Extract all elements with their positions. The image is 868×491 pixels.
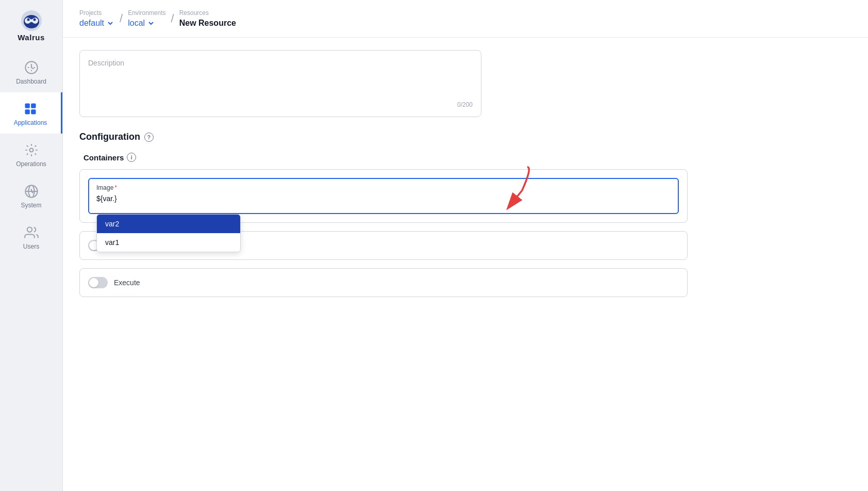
- sidebar-item-users[interactable]: Users: [0, 216, 62, 257]
- separator-2: /: [171, 10, 174, 28]
- configuration-info-icon[interactable]: ?: [144, 133, 154, 142]
- logo-text: Walrus: [18, 33, 44, 42]
- sidebar-item-system-label: System: [21, 202, 41, 209]
- projects-breadcrumb: Projects default: [79, 9, 114, 28]
- sidebar-item-applications-label: Applications: [14, 119, 47, 126]
- sidebar-item-users-label: Users: [23, 243, 39, 250]
- required-asterisk: *: [114, 184, 117, 191]
- sidebar-item-dashboard-label: Dashboard: [16, 78, 46, 85]
- projects-chevron-icon: [106, 19, 114, 27]
- separator-1: /: [120, 10, 123, 28]
- container-card: Image* ${var.} var2 var1: [79, 169, 688, 223]
- dropdown-item-var2[interactable]: var2: [97, 215, 240, 233]
- svg-point-2: [27, 19, 29, 21]
- svg-point-3: [33, 19, 36, 21]
- execute-toggle-row: Execute: [79, 268, 688, 297]
- description-placeholder: Description: [88, 59, 473, 101]
- sidebar-item-operations-label: Operations: [16, 160, 46, 168]
- applications-icon: [23, 102, 38, 116]
- users-icon: [24, 225, 39, 240]
- svg-point-9: [29, 149, 33, 152]
- configuration-title-text: Configuration: [79, 132, 140, 142]
- page-body: Description 0/200 Configuration ? Contai…: [63, 38, 868, 491]
- breadcrumb-bar: Projects default / Environments local / …: [63, 0, 868, 38]
- projects-dropdown[interactable]: default: [79, 19, 114, 28]
- image-label: Image*: [96, 184, 671, 191]
- environments-chevron-icon: [147, 19, 155, 27]
- svg-point-10: [27, 227, 31, 232]
- containers-title-text: Containers: [84, 153, 124, 162]
- environments-breadcrumb: Environments local: [128, 9, 165, 28]
- image-dropdown[interactable]: var2 var1: [96, 214, 241, 252]
- description-box[interactable]: Description 0/200: [79, 50, 481, 117]
- main-content: Projects default / Environments local / …: [63, 0, 868, 491]
- dashboard-icon: [24, 60, 39, 75]
- environments-dropdown[interactable]: local: [128, 19, 165, 28]
- walrus-logo-icon: [18, 9, 45, 32]
- svg-rect-7: [25, 109, 30, 114]
- sidebar-item-applications[interactable]: Applications: [0, 92, 62, 134]
- logo: Walrus: [0, 0, 62, 51]
- projects-value: default: [79, 19, 104, 28]
- execute-toggle-switch[interactable]: [88, 277, 108, 288]
- system-icon: [24, 184, 39, 199]
- sidebar-item-dashboard[interactable]: Dashboard: [0, 51, 62, 92]
- resources-breadcrumb: Resources New Resource: [179, 9, 236, 28]
- operations-icon: [24, 143, 39, 157]
- containers-info-icon[interactable]: i: [127, 153, 136, 162]
- resources-label: Resources: [179, 9, 236, 17]
- image-input-wrapper[interactable]: Image* ${var.} var2 var1: [88, 178, 679, 214]
- svg-rect-6: [31, 104, 36, 108]
- environments-value: local: [128, 19, 145, 28]
- svg-rect-5: [25, 104, 30, 108]
- dropdown-item-var1[interactable]: var1: [97, 233, 240, 252]
- projects-label: Projects: [79, 9, 114, 17]
- image-value: ${var.}: [96, 194, 671, 203]
- sidebar-item-operations[interactable]: Operations: [0, 134, 62, 175]
- sidebar-navigation: Dashboard Applications Operations: [0, 51, 62, 491]
- configuration-section-title: Configuration ?: [79, 132, 852, 142]
- sidebar-item-system[interactable]: System: [0, 175, 62, 216]
- containers-title: Containers i: [79, 153, 852, 162]
- execute-toggle-label: Execute: [114, 279, 140, 287]
- resources-value: New Resource: [179, 19, 236, 28]
- containers-section: Containers i: [79, 153, 852, 297]
- environments-label: Environments: [128, 9, 165, 17]
- svg-rect-8: [31, 109, 36, 114]
- description-counter: 0/200: [457, 101, 473, 108]
- sidebar: Walrus Dashboard Applications: [0, 0, 63, 491]
